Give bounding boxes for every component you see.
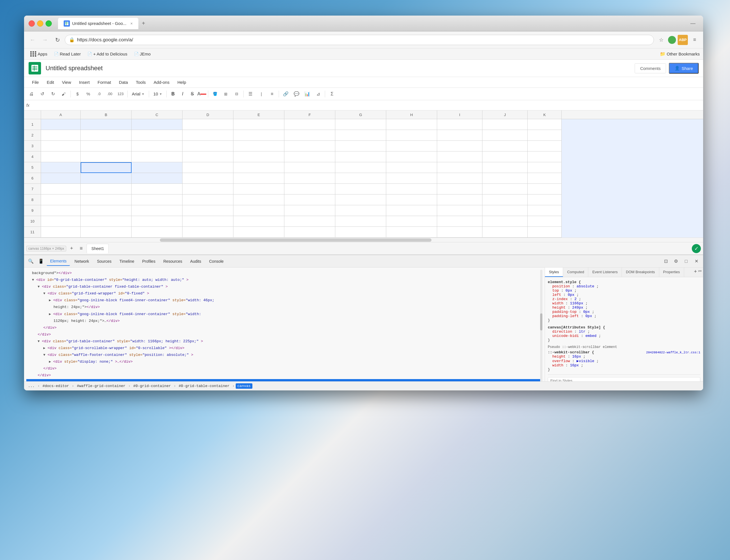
cell-k11[interactable] <box>528 227 562 238</box>
cell-i2[interactable] <box>437 130 482 141</box>
html-line-5[interactable]: ▶ <div class="goog-inline-block fixed4-i… <box>26 297 542 304</box>
html-line-14[interactable]: </div> <box>26 372 542 379</box>
css-prop-direction[interactable]: direction : ltr ; <box>548 330 700 334</box>
cell-g3[interactable] <box>335 141 386 151</box>
menu-button[interactable]: ≡ <box>690 35 700 45</box>
cell-d8[interactable] <box>183 194 234 205</box>
jemo-bookmark[interactable]: 📄 JEmo <box>131 50 153 57</box>
html-line-8[interactable]: </div> <box>26 331 542 338</box>
apps-bookmark[interactable]: Apps <box>27 50 50 58</box>
cell-i9[interactable] <box>437 205 482 216</box>
cell-h2[interactable] <box>386 130 437 141</box>
cell-d1[interactable] <box>183 119 234 130</box>
breadcrumb-grid-container[interactable]: #0-grid-container <box>132 383 173 389</box>
cell-k2[interactable] <box>528 130 562 141</box>
cell-e11[interactable] <box>234 227 284 238</box>
html-line-1[interactable]: background"></div> <box>26 270 542 277</box>
breadcrumb-ellipsis[interactable]: ... <box>26 383 36 389</box>
css-add-rule-button[interactable]: + <box>694 269 697 276</box>
cell-k4[interactable] <box>528 151 562 162</box>
css-prop-top[interactable]: top : 0px ; <box>548 288 700 293</box>
menu-tools[interactable]: Tools <box>132 78 149 86</box>
cell-b10[interactable] <box>81 216 132 227</box>
strikethrough-button[interactable]: S <box>188 89 197 99</box>
cell-i11[interactable] <box>437 227 482 238</box>
cell-a1[interactable] <box>41 119 81 130</box>
maximize-button[interactable] <box>46 20 52 27</box>
other-bookmarks-button[interactable]: 📁 Other Bookmarks <box>660 51 700 57</box>
menu-edit[interactable]: Edit <box>43 78 57 86</box>
html-line-4[interactable]: ▼ <div class="grid-fixed-wrapper" id="0-… <box>26 290 542 297</box>
close-button[interactable] <box>29 20 35 27</box>
cell-f3[interactable] <box>284 141 335 151</box>
cell-e4[interactable] <box>234 151 284 162</box>
cell-k5[interactable] <box>528 162 562 173</box>
cell-f2[interactable] <box>284 130 335 141</box>
increase-decimal-button[interactable]: .00 <box>105 89 115 99</box>
devtools-device-button[interactable]: 📱 <box>37 257 46 266</box>
cell-e8[interactable] <box>234 194 284 205</box>
formula-input[interactable] <box>32 101 701 109</box>
cell-e10[interactable] <box>234 216 284 227</box>
col-header-b[interactable]: B <box>81 110 132 119</box>
cell-c2[interactable] <box>132 130 183 141</box>
col-header-e[interactable]: E <box>234 110 284 119</box>
cell-h6[interactable] <box>386 173 437 184</box>
dt-tab-dom-breakpoints[interactable]: DOM Breakpoints <box>622 268 659 277</box>
breadcrumb-docs-editor[interactable]: #docs-editor <box>41 383 71 389</box>
sum-button[interactable]: Σ <box>327 89 337 99</box>
html-line-13[interactable]: </div> <box>26 365 542 372</box>
cell-b8[interactable] <box>81 194 132 205</box>
cell-a2[interactable] <box>41 130 81 141</box>
cell-i7[interactable] <box>437 184 482 194</box>
bold-button[interactable]: B <box>168 89 177 99</box>
cell-e1[interactable] <box>234 119 284 130</box>
devtools-search-button[interactable]: 🔍 <box>26 257 35 266</box>
align-left-button[interactable]: ☰ <box>245 89 256 99</box>
cell-j10[interactable] <box>482 216 528 227</box>
active-tab[interactable]: Untitled spreadsheet - Goo... × <box>58 18 138 29</box>
cell-b11[interactable] <box>81 227 132 238</box>
css-prop-scrollbar-width[interactable]: width : 16px ; <box>548 363 700 367</box>
comments-button[interactable]: Comments <box>635 63 666 73</box>
fill-color-button[interactable]: 🪣 <box>210 89 220 99</box>
cell-d11[interactable] <box>183 227 234 238</box>
cell-g5[interactable] <box>335 162 386 173</box>
cell-b3[interactable] <box>81 141 132 151</box>
html-line-6b[interactable]: 1120px; height: 24px;">…</div> <box>26 318 542 324</box>
cell-h3[interactable] <box>386 141 437 151</box>
menu-data[interactable]: Data <box>115 78 131 86</box>
cell-j3[interactable] <box>482 141 528 151</box>
cell-c9[interactable] <box>132 205 183 216</box>
cell-h11[interactable] <box>386 227 437 238</box>
menu-addons[interactable]: Add-ons <box>150 78 173 86</box>
cell-f10[interactable] <box>284 216 335 227</box>
css-prop-zindex[interactable]: z-index : 2 ; <box>548 297 700 301</box>
align-center-button[interactable]: | <box>256 89 266 99</box>
cell-j11[interactable] <box>482 227 528 238</box>
html-line-5b[interactable]: height: 24px;"></div> <box>26 304 542 311</box>
cell-h5[interactable] <box>386 162 437 173</box>
cell-k6[interactable] <box>528 173 562 184</box>
cell-h9[interactable] <box>386 205 437 216</box>
cell-j7[interactable] <box>482 184 528 194</box>
css-prop-width[interactable]: width : 1166px ; <box>548 301 700 305</box>
cell-a8[interactable] <box>41 194 81 205</box>
html-line-9[interactable]: ▼ <div class="grid-table-container" styl… <box>26 338 542 345</box>
currency-button[interactable]: $ <box>72 89 83 99</box>
menu-insert[interactable]: Insert <box>76 78 93 86</box>
cell-d5[interactable] <box>183 162 234 173</box>
devtools-tab-sources[interactable]: Sources <box>94 257 115 266</box>
paint-format-button[interactable]: 🖌 <box>59 89 69 99</box>
cell-f7[interactable] <box>284 184 335 194</box>
css-prop-padding-top[interactable]: padding-top : 0px ; <box>548 310 700 314</box>
cell-c10[interactable] <box>132 216 183 227</box>
chart-button[interactable]: 📊 <box>302 89 313 99</box>
cell-e2[interactable] <box>234 130 284 141</box>
redo-button[interactable]: ↻ <box>48 89 58 99</box>
cell-c8[interactable] <box>132 194 183 205</box>
html-line-6[interactable]: ▶ <div class="goog-inline-block fixed4-i… <box>26 311 542 318</box>
devtools-tab-resources[interactable]: Resources <box>160 257 186 266</box>
breadcrumb-grid-table-container[interactable]: #0-grid-table-container <box>177 383 231 389</box>
dt-tab-properties[interactable]: Properties <box>659 268 684 277</box>
